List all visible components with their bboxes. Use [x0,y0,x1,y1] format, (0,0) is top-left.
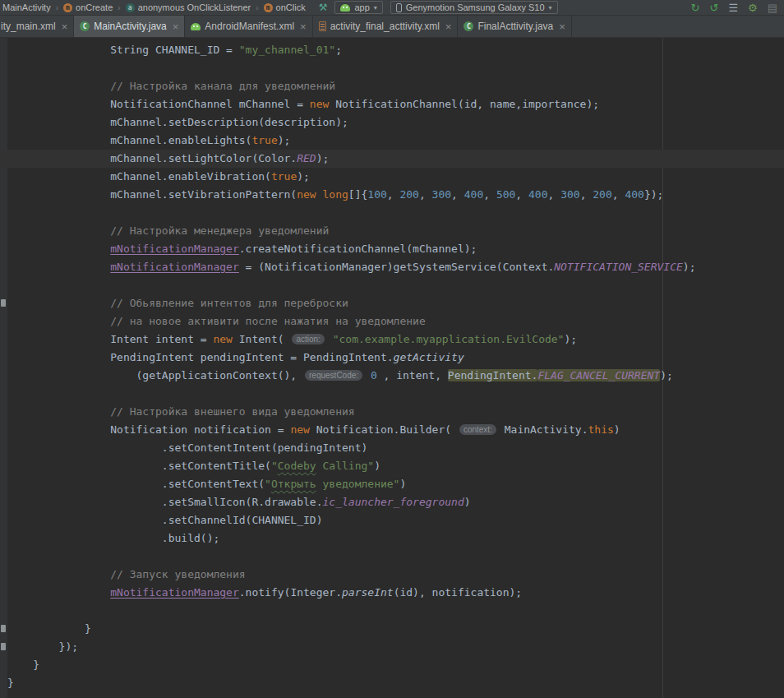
code-token: mChannel.setLightColor(Color. [7,152,297,164]
code-line[interactable]: NotificationChannel mChannel = new Notif… [7,95,784,113]
breadcrumb-item-anonymous-onclicklistener[interactable]: aanonymous OnClickListener [126,2,251,12]
code-line[interactable]: mNotificationManager.notify(Integer.pars… [7,584,784,602]
code-line[interactable]: PendingIntent pendingIntent = PendingInt… [7,349,784,367]
code-token: 200 [593,188,611,201]
code-token: ; [335,44,342,56]
sync-icon[interactable]: ↻ [691,2,700,13]
gutter-marker[interactable] [1,299,6,307]
code-line[interactable]: Notification notification = new Notifica… [7,421,784,439]
code-area[interactable]: String CHANNEL_ID = "my_channel_01"; // … [7,38,784,692]
method-icon: m [264,3,273,12]
breadcrumb-label: onClick [276,2,306,12]
breadcrumb-label: onCreate [76,2,113,12]
tab-activity-final-acttivity-xml[interactable]: activity_final_acttivity.xml× [313,16,459,37]
sdk-manager-icon[interactable]: ⚙ [748,2,758,13]
tab-label: ity_main.xml [1,21,56,32]
code-token: 300 [560,188,579,201]
code-line[interactable]: } [7,656,784,674]
tab-ity-main-xml[interactable]: ity_main.xml× [0,16,74,37]
gutter-marker[interactable] [1,625,6,632]
code-token: .setContentTitle( [7,460,271,472]
code-line[interactable]: .setChannelId(CHANNEL_ID) [7,511,784,529]
code-token: "com.example.myapplication.EvilCode" [333,333,565,345]
code-line[interactable]: .setSmallIcon(R.drawable.ic_launcher_for… [7,493,784,511]
run-config-select[interactable]: app ▾ [334,1,382,14]
code-line[interactable]: (getApplicationContext(), requestCode: 0… [7,367,784,385]
close-icon[interactable]: × [445,21,452,32]
chevron-down-icon: ▾ [374,4,377,12]
code-token: mChannel.setDescription(description); [7,116,348,128]
close-icon[interactable]: × [300,21,307,32]
code-token [316,188,323,201]
code-line[interactable]: mChannel.setLightColor(Color.RED); [0,150,784,168]
code-line[interactable] [7,59,784,77]
apply-changes-icon[interactable]: ↺ [709,2,718,13]
code-line[interactable]: mChannel.enableVibration(true); [7,168,784,186]
logcat-icon[interactable]: ☰ [728,2,738,13]
code-line[interactable] [7,204,784,222]
code-line[interactable]: mNotificationManager = (NotificationMana… [7,258,784,276]
device-label: Genymotion Samsung Galaxy S10 [406,2,545,12]
code-line[interactable]: mChannel.setVibrationPattern(new long[]{… [7,186,784,204]
tab-androidmanifest-xml[interactable]: AndroidManifest.xml× [185,16,312,37]
code-token: mNotificationManager [110,261,239,273]
code-token: mNotificationManager [110,243,239,255]
tab-mainactivity-java[interactable]: CMainActivity.java× [74,16,185,37]
code-token: , [515,188,528,201]
code-line[interactable]: // Обьявление интентов для переброски [7,294,784,312]
code-line[interactable]: } [7,620,784,638]
code-line[interactable]: Intent intent = new Intent( action: "com… [7,331,784,349]
code-line[interactable]: mChannel.setDescription(description); [7,113,784,132]
code-token: (getApplicationContext(), [7,369,303,381]
device-select[interactable]: Genymotion Samsung Galaxy S10 ▾ [390,1,558,14]
code-line[interactable] [7,385,784,403]
code-line[interactable]: .build(); [7,529,784,548]
code-line[interactable]: } [7,674,784,692]
gutter-marker[interactable] [1,643,6,650]
tab-label: activity_final_acttivity.xml [330,21,440,32]
code-token: .notify(Integer. [239,586,342,599]
build-icon[interactable]: ⚒ [319,2,328,12]
code-token: ) [374,460,380,472]
code-token: Intent( [233,333,290,345]
code-token: } [7,677,14,689]
code-token: Intent intent = [7,333,213,345]
code-line[interactable]: // Настройка канала для уведомлений [7,77,784,95]
code-token: 0 [371,369,377,381]
code-line[interactable] [7,548,784,566]
code-token: 300 [432,188,451,201]
code-line[interactable]: // Запуск уведомления [7,566,784,584]
code-line[interactable]: // Настройка внешнего вида уведомления [7,403,784,421]
breadcrumb-item-oncreate[interactable]: monCreate [63,2,113,12]
device-file-explorer-icon[interactable]: ▤ [768,2,777,13]
navigation-toolbar: MainActivity›monCreate›aanonymous OnClic… [0,0,784,16]
code-line[interactable]: mNotificationManager.createNotificationC… [7,240,784,258]
code-line[interactable]: String CHANNEL_ID = "my_channel_01"; [7,41,784,59]
close-icon[interactable]: × [173,21,179,32]
tab-finalacttivity-java[interactable]: CFinalActtivity.java× [458,16,571,37]
code-token: , [419,188,432,201]
code-line[interactable] [7,276,784,294]
code-line[interactable]: // на новое активити после нажатия на ув… [7,312,784,331]
code-token: , [451,188,464,201]
code-line[interactable]: .setContentText("Открыть уведомление") [7,475,784,493]
code-line[interactable]: .setContentTitle("Codeby Calling") [7,457,784,475]
code-token: = (NotificationManager)getSystemService(… [239,261,555,273]
code-token: long [323,188,348,201]
code-line[interactable] [7,602,784,620]
code-token: // Настройка канала для уведомлений [7,80,335,92]
code-line[interactable]: .setContentIntent(pendingIntent) [7,439,784,457]
breadcrumb-item-mainactivity[interactable]: MainActivity [2,2,51,12]
code-token: 200 [399,188,418,201]
code-token: // Обьявление интентов для переброски [7,297,348,309]
code-token: Notification notification = [7,423,290,436]
java-class-icon: C [463,21,473,31]
close-icon[interactable]: × [62,21,68,32]
code-line[interactable]: // Настройка менеджера уведомлений [7,222,784,240]
close-icon[interactable]: × [559,21,565,32]
phone-icon [396,3,402,12]
breadcrumb-item-onclick[interactable]: monClick [264,2,306,12]
code-line[interactable]: mChannel.enableLights(true); [7,132,784,150]
code-token: mChannel.setVibrationPattern( [7,188,297,201]
code-line[interactable]: }); [7,638,784,656]
